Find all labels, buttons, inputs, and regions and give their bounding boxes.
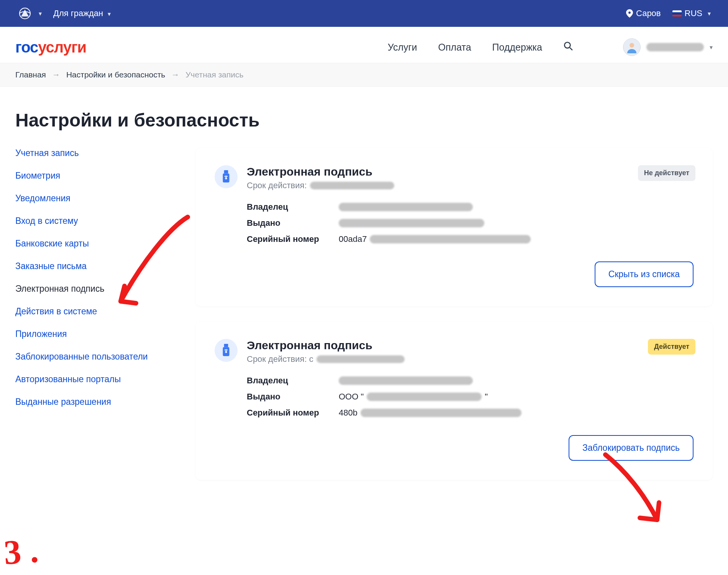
topbar: ▾ Для граждан ▾ Саров RUS ▾ [0, 0, 728, 27]
owner-value-redacted [339, 376, 473, 385]
language-picker[interactable]: RUS ▾ [672, 8, 711, 18]
logo-part2: услуги [38, 39, 86, 56]
header: госуслуги Услуги Оплата Поддержка ▾ [0, 27, 728, 63]
sidebar-item-biometrics[interactable]: Биометрия [15, 171, 180, 181]
svg-rect-9 [224, 344, 228, 347]
arrow-right-icon: → [52, 70, 60, 79]
svg-point-6 [225, 177, 227, 179]
avatar-icon [623, 38, 641, 56]
issued-value-redacted [339, 219, 484, 227]
nav-payments[interactable]: Оплата [438, 42, 471, 53]
user-menu[interactable]: ▾ [623, 38, 713, 56]
issued-label: Выдано [247, 392, 339, 402]
nav-support[interactable]: Поддержка [492, 42, 542, 53]
chevron-down-icon: ▾ [39, 10, 42, 17]
location-picker[interactable]: Саров [626, 8, 661, 18]
chevron-down-icon: ▾ [710, 44, 713, 51]
flag-ru-icon [672, 10, 682, 16]
issued-value-redacted [367, 393, 482, 401]
logo[interactable]: госуслуги [15, 39, 86, 56]
svg-point-11 [225, 351, 227, 353]
sidebar-item-reg-letters[interactable]: Заказные письма [15, 261, 180, 271]
serial-value: 00ada7 [339, 234, 367, 244]
sidebar-item-notifications[interactable]: Уведомления [15, 193, 180, 204]
signature-card: Действует Электронная подпись Срок дейст… [195, 322, 713, 480]
sidebar-item-apps[interactable]: Приложения [15, 329, 180, 339]
sidebar-item-bank-cards[interactable]: Банковские карты [15, 238, 180, 249]
sidebar-item-account[interactable]: Учетная запись [15, 148, 180, 158]
chevron-down-icon: ▾ [108, 11, 111, 17]
signature-cards: Не действует Электронная подпись Срок де… [195, 148, 713, 480]
sidebar-item-auth-portals[interactable]: Авторизованные порталы [15, 374, 180, 384]
gov-emblem-dropdown[interactable]: ▾ [17, 6, 42, 21]
main-nav: Услуги Оплата Поддержка [388, 41, 573, 53]
audience-label: Для граждан [53, 8, 103, 18]
breadcrumb: Главная → Настройки и безопасность → Уче… [0, 63, 728, 87]
nav-services[interactable]: Услуги [388, 42, 417, 53]
signature-card: Не действует Электронная подпись Срок де… [195, 148, 713, 306]
validity-label: Срок действия: [247, 181, 307, 191]
serial-value-redacted [361, 409, 521, 417]
search-button[interactable] [563, 41, 573, 53]
svg-point-3 [630, 43, 634, 48]
svg-point-1 [564, 42, 570, 48]
owner-label: Владелец [247, 376, 339, 386]
user-name-redacted [646, 43, 704, 51]
serial-value-redacted [370, 235, 531, 243]
card-title: Электронная подпись [247, 339, 694, 352]
logo-part1: гос [15, 39, 38, 56]
usb-token-icon [215, 165, 238, 188]
sidebar-item-blocked-users[interactable]: Заблокированные пользователи [15, 352, 180, 362]
content: Учетная запись Биометрия Уведомления Вхо… [15, 148, 713, 480]
validity-value-redacted [310, 182, 394, 189]
sidebar-item-permissions[interactable]: Выданные разрешения [15, 397, 180, 407]
location-label: Саров [636, 8, 661, 18]
owner-value-redacted [339, 203, 473, 211]
sidebar-item-esignature[interactable]: Электронная подпись [15, 284, 180, 294]
breadcrumb-home[interactable]: Главная [15, 70, 46, 79]
card-title: Электронная подпись [247, 165, 694, 178]
page-title: Настройки и безопасность [15, 110, 713, 131]
usb-token-icon [215, 339, 238, 362]
issued-label: Выдано [247, 218, 339, 228]
settings-sidebar: Учетная запись Биометрия Уведомления Вхо… [15, 148, 180, 407]
language-label: RUS [685, 8, 702, 18]
breadcrumb-current: Учетная запись [185, 70, 243, 79]
main: Настройки и безопасность Учетная запись … [0, 87, 728, 480]
status-badge: Действует [648, 339, 695, 355]
emblem-icon [17, 6, 33, 21]
sidebar-item-login[interactable]: Вход в систему [15, 216, 180, 226]
search-icon [563, 41, 573, 51]
serial-label: Серийный номер [247, 234, 339, 244]
validity-value-redacted [316, 355, 405, 363]
svg-line-2 [570, 48, 572, 50]
arrow-right-icon: → [171, 70, 179, 79]
svg-rect-4 [224, 170, 228, 174]
hide-from-list-button[interactable]: Скрыть из списка [595, 261, 694, 287]
breadcrumb-section[interactable]: Настройки и безопасность [66, 70, 165, 79]
sidebar-item-activity[interactable]: Действия в системе [15, 306, 180, 317]
serial-value: 480b [339, 408, 357, 418]
validity-label: Срок действия: с [247, 354, 313, 364]
pin-icon [626, 9, 633, 18]
annotation-step-number: 3 . [3, 531, 40, 572]
block-signature-button[interactable]: Заблокировать подпись [569, 435, 694, 461]
status-badge: Не действует [638, 165, 695, 181]
audience-dropdown[interactable]: Для граждан ▾ [53, 8, 111, 18]
issued-value: ООО " [339, 392, 364, 402]
serial-label: Серийный номер [247, 408, 339, 418]
owner-label: Владелец [247, 202, 339, 212]
chevron-down-icon: ▾ [708, 10, 711, 17]
